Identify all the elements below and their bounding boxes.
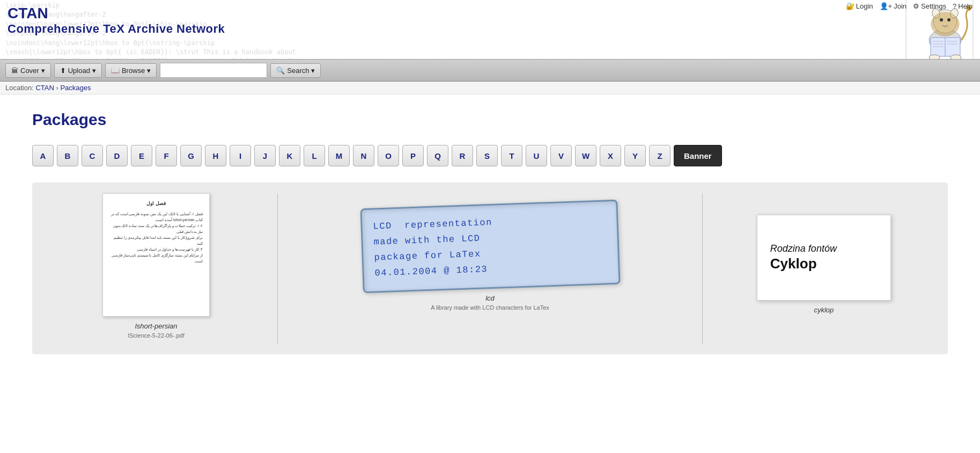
navbar: 🏛 Cover ▾ ⬆ Upload ▾ 📖 Browse ▾ 🔍 Search… (0, 59, 980, 82)
alpha-btn-f[interactable]: F (156, 145, 177, 166)
alpha-btn-d[interactable]: D (106, 145, 128, 166)
upload-dropdown-icon: ▾ (92, 67, 96, 75)
breadcrumb-ctan[interactable]: CTAN (35, 84, 54, 92)
alpha-btn-z[interactable]: Z (649, 145, 670, 166)
header: \skip-\parskip \tenpoint\hang\hangafter-… (0, 0, 980, 59)
alpha-btn-o[interactable]: O (378, 145, 399, 166)
alpha-btn-u[interactable]: U (526, 145, 547, 166)
cover-icon: 🏛 (11, 67, 18, 75)
cyklop-line2: Cyklop (770, 255, 878, 272)
alpha-btn-h[interactable]: H (205, 145, 226, 166)
location-label: Location: (5, 84, 34, 92)
join-link[interactable]: 👤+ Join (880, 2, 907, 10)
carousel-label-cyklop: cyklop (814, 306, 834, 314)
carousel-divider-1 (277, 193, 278, 344)
alpha-btn-n[interactable]: N (353, 145, 374, 166)
top-bar: 🔐 Login 👤+ Join ⚙ Settings ? Help (838, 0, 980, 12)
ctan-logo: CTAN (8, 5, 972, 22)
search-button[interactable]: 🔍 Search ▾ (270, 63, 321, 78)
login-icon: 🔐 (846, 2, 854, 10)
carousel-label-lshort: lshort-persian (135, 322, 178, 330)
alpha-btn-r[interactable]: R (452, 145, 473, 166)
page-title: Packages (32, 111, 948, 129)
alpha-btn-t[interactable]: T (501, 145, 522, 166)
browse-dropdown-icon: ▾ (147, 67, 151, 75)
alpha-btn-p[interactable]: P (402, 145, 424, 166)
alpha-btn-c[interactable]: C (82, 145, 103, 166)
cover-button[interactable]: 🏛 Cover ▾ (5, 63, 51, 78)
alpha-btn-i[interactable]: I (230, 145, 251, 166)
svg-point-17 (950, 55, 961, 59)
alpha-btn-s[interactable]: S (476, 145, 498, 166)
alpha-btn-e[interactable]: E (131, 145, 152, 166)
carousel-item-cyklop[interactable]: Rodzina fontów Cyklop cyklop (705, 193, 942, 344)
svg-point-16 (929, 55, 940, 59)
browse-icon: 📖 (111, 67, 120, 75)
search-dropdown-icon: ▾ (311, 67, 315, 75)
alpha-btn-l[interactable]: L (304, 145, 325, 166)
carousel-sub-lcd: A library made with LCD characters for L… (431, 304, 549, 311)
carousel-sub-lshort: lScience-5-22-06-.pdf (128, 332, 185, 339)
carousel-item-lshort-persian[interactable]: فصل اول فصل ۱. آشنایی با لاتک: این یک مت… (38, 193, 275, 344)
carousel-label-lcd: lcd (485, 294, 495, 302)
alpha-btn-j[interactable]: J (254, 145, 276, 166)
carousel-item-lcd[interactable]: LCD representation made with the LCD pac… (281, 193, 699, 344)
cover-dropdown-icon: ▾ (41, 67, 45, 75)
help-link[interactable]: ? Help (953, 2, 972, 10)
carousel-divider-2 (702, 193, 703, 344)
upload-button[interactable]: ⬆ Upload ▾ (54, 63, 102, 78)
lcd-frame: LCD representation made with the LCD pac… (360, 200, 620, 293)
search-input[interactable] (160, 63, 267, 78)
alpha-btn-w[interactable]: W (575, 145, 596, 166)
alpha-btn-q[interactable]: Q (427, 145, 448, 166)
browse-button[interactable]: 📖 Browse ▾ (105, 63, 157, 78)
ctan-subtitle: Comprehensive TeX Archive Network (8, 22, 972, 36)
cyklop-preview: Rodzina fontów Cyklop (757, 215, 891, 301)
alpha-btn-k[interactable]: K (279, 145, 300, 166)
header-content: CTAN Comprehensive TeX Archive Network (8, 5, 972, 36)
help-icon: ? (953, 2, 956, 10)
breadcrumb-packages[interactable]: Packages (60, 84, 91, 92)
breadcrumb: Location: CTAN › Packages (0, 82, 980, 94)
alpha-btn-v[interactable]: V (550, 145, 572, 166)
alpha-btn-g[interactable]: G (180, 145, 202, 166)
main-content: Packages A B C D E F G H I J K L M N O P… (0, 94, 980, 365)
search-icon: 🔍 (276, 67, 285, 75)
carousel-container: فصل اول فصل ۱. آشنایی با لاتک: این یک مت… (32, 182, 948, 354)
login-link[interactable]: 🔐 Login (846, 2, 873, 10)
alpha-btn-x[interactable]: X (600, 145, 621, 166)
alpha-btn-b[interactable]: B (57, 145, 78, 166)
join-icon: 👤+ (880, 2, 893, 10)
settings-link[interactable]: ⚙ Settings (913, 2, 946, 10)
settings-icon: ⚙ (913, 2, 919, 10)
lcd-display-text: LCD representation made with the LCD pac… (373, 211, 608, 281)
cyklop-line1: Rodzina fontów (770, 243, 878, 254)
upload-icon: ⬆ (60, 67, 66, 75)
banner-button[interactable]: Banner (674, 145, 722, 166)
alphabet-row: A B C D E F G H I J K L M N O P Q R S T … (32, 145, 948, 166)
book-preview-lshort: فصل اول فصل ۱. آشنایی با لاتک: این یک مت… (102, 193, 210, 317)
alpha-btn-a[interactable]: A (32, 145, 54, 166)
alpha-btn-y[interactable]: Y (624, 145, 646, 166)
alpha-btn-m[interactable]: M (328, 145, 350, 166)
